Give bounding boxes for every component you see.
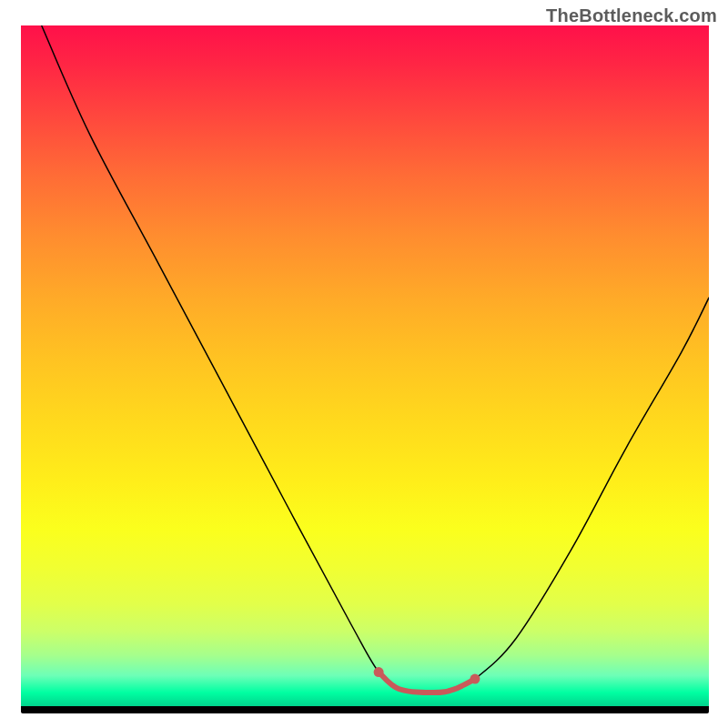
highlight-segment xyxy=(379,672,475,693)
plot-area xyxy=(21,25,709,706)
chart-container: TheBottleneck.com xyxy=(0,0,728,728)
bottleneck-curve xyxy=(42,25,709,693)
curve-layer xyxy=(21,25,709,706)
plot-frame xyxy=(21,25,709,713)
watermark-label: TheBottleneck.com xyxy=(546,5,717,26)
highlight-start-dot xyxy=(374,667,384,677)
highlight-end-dot xyxy=(470,674,480,684)
